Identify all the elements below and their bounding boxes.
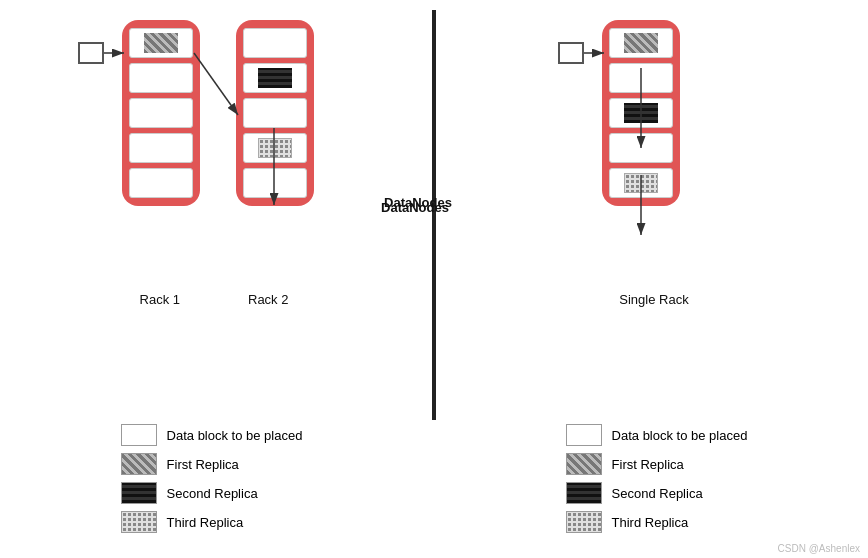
third-replica-block-r — [624, 173, 658, 193]
rack-1 — [122, 20, 200, 206]
legend-item-third-left: Third Replica — [121, 511, 303, 533]
legend-label: Second Replica — [167, 486, 258, 501]
first-replica-block-r — [624, 33, 658, 53]
client-box — [78, 42, 104, 64]
node-slot — [609, 63, 673, 93]
node-slot — [609, 133, 673, 163]
vertical-divider — [432, 10, 436, 420]
node-slot — [609, 98, 673, 128]
node-slot — [129, 133, 193, 163]
node-slot — [243, 98, 307, 128]
single-rack — [602, 20, 680, 206]
legend-label: Second Replica — [612, 486, 703, 501]
node-slot — [609, 28, 673, 58]
legend-label: First Replica — [612, 457, 684, 472]
datanodes-label-abs: DataNodes — [384, 195, 452, 210]
node-slot — [609, 168, 673, 198]
legend-label: Data block to be placed — [167, 428, 303, 443]
svg-line-2 — [194, 53, 238, 115]
rack2-label: Rack 2 — [248, 292, 288, 307]
node-slot — [243, 168, 307, 198]
legend-right: Data block to be placed First Replica Se… — [445, 424, 868, 533]
node-slot — [129, 28, 193, 58]
legend-label: Third Replica — [612, 515, 689, 530]
second-replica-block — [258, 68, 292, 88]
client-box-right — [558, 42, 584, 64]
third-replica-block — [258, 138, 292, 158]
rack1-label: Rack 1 — [140, 292, 180, 307]
legend-item-first-left: First Replica — [121, 453, 303, 475]
legend-item-empty-right: Data block to be placed — [566, 424, 748, 446]
node-slot — [129, 63, 193, 93]
legend-label: Third Replica — [167, 515, 244, 530]
right-diagram-area: Single Rack — [440, 10, 868, 420]
legend-item-third-right: Third Replica — [566, 511, 748, 533]
legend-item-second-right: Second Replica — [566, 482, 748, 504]
second-replica-block-r — [624, 103, 658, 123]
watermark: CSDN @Ashenlex — [778, 543, 860, 554]
single-rack-label: Single Rack — [619, 292, 688, 307]
legend-item-empty-left: Data block to be placed — [121, 424, 303, 446]
legend-item-second-left: Second Replica — [121, 482, 303, 504]
legend-label: First Replica — [167, 457, 239, 472]
left-diagram-area: Rack 1 Rack 2 — [0, 10, 428, 420]
node-slot — [243, 133, 307, 163]
legend-label: Data block to be placed — [612, 428, 748, 443]
node-slot — [129, 168, 193, 198]
node-slot — [243, 63, 307, 93]
first-replica-block — [144, 33, 178, 53]
legend-item-first-right: First Replica — [566, 453, 748, 475]
node-slot — [243, 28, 307, 58]
node-slot — [129, 98, 193, 128]
legend-left: Data block to be placed First Replica Se… — [0, 424, 423, 533]
rack-2 — [236, 20, 314, 206]
